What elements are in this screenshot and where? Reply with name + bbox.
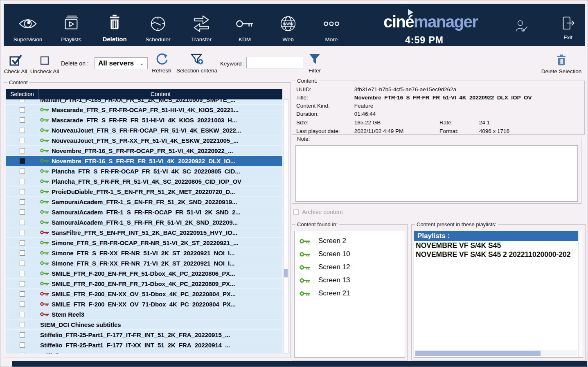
row-checkbox[interactable] <box>20 240 25 245</box>
uncheck-all-button[interactable]: Uncheck All <box>29 54 60 74</box>
refresh-button[interactable]: Refresh <box>148 53 176 74</box>
table-row[interactable]: Mascarade_FTR_S_FR-FR-OCAP_FR_51-HI-VI_4… <box>6 105 282 115</box>
row-checkbox[interactable] <box>20 271 25 276</box>
table-row[interactable]: SamouraiAcadem_FTR-1_S_FR-FR-OCAP_FR_51-… <box>6 207 282 217</box>
screen-item[interactable]: Screen 12 <box>295 261 405 274</box>
screen-item[interactable]: Screen 21 <box>295 287 405 300</box>
table-row[interactable]: Novembre_FTR-16_S_FR-FR_FR_51-VI_4K_2022… <box>6 156 282 166</box>
table-row[interactable]: Stem Reel3 <box>6 309 282 320</box>
row-checkbox[interactable] <box>20 332 25 338</box>
archive-content-row: Archive content <box>293 209 343 215</box>
content-vertical-scrollbar[interactable] <box>283 99 288 353</box>
row-checkbox[interactable] <box>20 189 25 194</box>
table-row[interactable]: Simone_FTR_S_FR-FR-OCAP_FR-NR_51-VI_2K_S… <box>6 238 282 248</box>
nav-label: KDM <box>239 36 251 43</box>
row-checkbox[interactable] <box>20 322 25 327</box>
table-row[interactable]: NouveauJouet_FTR_S_FR-XX_FR_51-VI_4K_ESK… <box>6 135 282 146</box>
nav-label: Playlists <box>61 36 81 43</box>
nav-item-transfer[interactable]: Transfer <box>180 4 223 46</box>
kdm-key-icon <box>40 230 49 235</box>
playlists-list-header[interactable]: Playlists : <box>414 231 579 241</box>
last-playout-label: Last playout date: <box>296 128 353 134</box>
table-row[interactable]: Stiffelio_FTR-25-Part2_F-177_IT-FR_INT_5… <box>6 350 282 353</box>
keyword-input[interactable] <box>246 57 303 68</box>
nav-item-web[interactable]: WWW Web <box>266 4 310 46</box>
playlist-item[interactable]: NOVEMBRE VF S/4K S45 2 202211020000-202 <box>414 250 583 259</box>
row-checkbox[interactable] <box>20 353 25 354</box>
table-row[interactable]: SMILE_FTR_F-200_EN-FR_FR_51-Dbox_4K_PC_2… <box>6 268 282 279</box>
row-checkbox[interactable] <box>20 250 25 256</box>
row-checkbox[interactable] <box>20 220 25 225</box>
logo-part2: manager <box>414 13 478 31</box>
row-checkbox[interactable] <box>20 199 25 205</box>
user-check-icon[interactable] <box>514 18 528 35</box>
table-row[interactable]: NouveauJouet_FTR_S_FR-FR-OCAP_FR_51-VI_4… <box>6 125 282 135</box>
table-row[interactable]: SMILE_FTR_F-200_EN-FR_FR_71-Dbox_4K_PC_2… <box>6 279 282 289</box>
playlists-horizontal-scrollbar[interactable] <box>415 350 577 356</box>
table-row[interactable]: Stiffelio_FTR-25-Part1_F-177_IT-FR_INT_5… <box>6 330 282 340</box>
row-checkbox[interactable] <box>20 117 25 123</box>
row-checkbox[interactable] <box>20 342 25 348</box>
server-select[interactable]: All servers ⌄ <box>95 57 148 69</box>
row-checkbox[interactable] <box>20 128 25 133</box>
row-checkbox[interactable] <box>20 281 25 286</box>
row-checkbox[interactable] <box>20 158 25 164</box>
screen-item[interactable]: Screen 10 <box>295 248 405 261</box>
playlist-item[interactable]: NOVEMBRE VF S/4K S45 <box>414 241 583 250</box>
filter-button[interactable]: Filter <box>302 52 327 74</box>
table-row[interactable]: Simone_FTR_S_FR-XX_FR-NR_71-VI_2K_ST_202… <box>6 258 282 268</box>
table-row[interactable]: SMILE_FTR_F-200_EN-XX_OV_71-Dbox_4K_PC_2… <box>6 299 282 309</box>
scrollbar-thumb[interactable] <box>415 351 541 356</box>
table-row[interactable]: Simone_FTR_S_FR-XX_FR-NR_51-VI_2K_ST_202… <box>6 248 282 258</box>
row-checkbox[interactable] <box>20 169 25 174</box>
content-name: SamouraiAcadem_FTR-1_S_FR-FR-OCAP_FR_51-… <box>52 209 240 216</box>
screen-name: Screen 10 <box>318 250 350 258</box>
check-all-button[interactable]: Check All <box>1 54 30 74</box>
playlists-vertical-scrollbar[interactable] <box>578 231 583 357</box>
table-row[interactable]: ProieDuDiable_FTR-1_S_EN-FR_FR_51_2K_MET… <box>6 187 282 197</box>
note-textarea[interactable] <box>295 145 578 202</box>
row-checkbox[interactable] <box>20 148 25 153</box>
scrollbar-thumb[interactable] <box>284 269 288 277</box>
row-checkbox[interactable] <box>20 302 25 307</box>
table-row[interactable]: SamouraiAcadem_FTR-1_S_EN-FR_FR_51_2K_SN… <box>6 197 282 207</box>
globe-www-icon: WWW <box>279 14 297 33</box>
table-row[interactable]: Mascarade_FTR_S_FR-FR_FR_51-HI-VI_4K_KIO… <box>6 115 282 125</box>
content-name: Stiffelio_FTR-25-Part1_F-177_IT-FR_INT_5… <box>40 331 230 338</box>
exit-button[interactable]: Exit <box>557 15 579 41</box>
nav-label: Scheduler <box>146 36 171 43</box>
delete-on-label: Delete on : <box>61 60 89 67</box>
content-column-header: Content <box>39 89 282 99</box>
content-name: Novembre_FTR-16_S_FR-FR_FR_51-VI_4K_2022… <box>52 158 235 164</box>
delete-selection-button[interactable]: Delete Selection <box>539 54 584 74</box>
nav-item-deletion[interactable]: Deletion <box>93 4 136 46</box>
table-row[interactable]: Plancha_FTR_S_FR-FR_FR_51-VI_4K_SC_20220… <box>6 176 282 187</box>
row-checkbox[interactable] <box>20 312 25 317</box>
row-checkbox[interactable] <box>20 209 25 215</box>
nav-item-more[interactable]: More <box>310 4 353 46</box>
row-checkbox[interactable] <box>20 230 25 235</box>
table-row[interactable]: SansFiltre_FTR_S_EN-FR_INT_51_2K_BAC_202… <box>6 227 282 238</box>
screen-item[interactable]: Screen 13 <box>295 274 405 287</box>
table-row[interactable]: StEM_DCI Chinese subtitles <box>6 320 282 330</box>
uuid-value: 3fb31e71-b7b5-4cf5-ae76-ae15ec9d262a <box>354 86 456 92</box>
table-row[interactable]: Novembre_FTR-16_S_FR-FR-OCAP_FR_51-VI_4K… <box>6 146 282 156</box>
table-row[interactable]: Plancha_FTR_S_FR-FR-OCAP_FR_51-VI_4K_SC_… <box>6 166 282 176</box>
row-checkbox[interactable] <box>20 138 25 143</box>
screen-name: Screen 12 <box>318 263 350 271</box>
screen-name: Screen 13 <box>318 276 350 284</box>
nav-item-kdm[interactable]: KDM <box>223 4 266 46</box>
nav-item-playlists[interactable]: Playlists <box>50 4 93 46</box>
nav-item-scheduler[interactable]: Scheduler <box>136 4 180 46</box>
row-checkbox[interactable] <box>20 261 25 266</box>
row-checkbox[interactable] <box>20 291 25 297</box>
row-checkbox[interactable] <box>20 179 25 184</box>
table-row[interactable]: SamouraiAcadem_FTR-1_S_FR-FR_FR_51-VI_2K… <box>6 217 282 227</box>
selection-criteria-button[interactable]: Selection criteria <box>173 53 220 74</box>
screen-item[interactable]: Screen 2 <box>295 234 405 248</box>
content-name: StEM_DCI Chinese subtitles <box>40 321 121 328</box>
table-row[interactable]: SMILE_FTR_F-200_EN-XX_OV_51-Dbox_4K_PC_2… <box>6 289 282 299</box>
table-row[interactable]: Stiffelio_FTR-25-Part1_F-177_IT-XX_INT_5… <box>6 340 282 350</box>
nav-item-supervision[interactable]: Supervision <box>6 4 50 46</box>
row-checkbox[interactable] <box>20 107 25 113</box>
